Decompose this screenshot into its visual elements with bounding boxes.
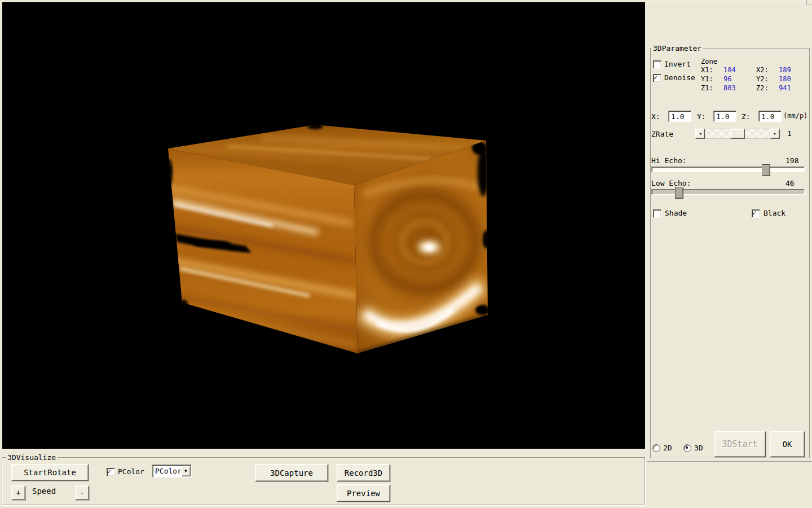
volume-render xyxy=(2,2,645,449)
parameter-panel: 3DParameter Invert ✓ Denoise Zone X1: 10… xyxy=(647,0,812,462)
speed-minus-button[interactable]: - xyxy=(75,485,89,500)
mode-2d-radio[interactable] xyxy=(652,444,660,452)
check-icon: ✓ xyxy=(654,73,657,81)
zrate-scrollbar[interactable]: ◄ ► xyxy=(695,129,780,139)
zone-x2-value: 189 xyxy=(779,66,791,74)
voxel-unit-label: (mm/p) xyxy=(783,112,807,120)
low-echo-slider-thumb[interactable] xyxy=(675,187,683,199)
voxel-z-label: Z: xyxy=(742,112,751,121)
visualize-group-title: 3DVisualize xyxy=(6,453,58,462)
voxel-z-input[interactable] xyxy=(758,111,782,122)
zrate-value: 1 xyxy=(787,129,792,138)
low-echo-value: 46 xyxy=(785,179,795,187)
hi-echo-label: Hi Echo: xyxy=(651,156,687,165)
hi-echo-slider-thumb[interactable] xyxy=(762,164,770,176)
pcolor-dropdown-button[interactable]: ▼ xyxy=(181,466,191,476)
pcolor-dropdown[interactable]: PColor ▼ xyxy=(152,465,192,478)
shade-label: Shade xyxy=(665,209,687,217)
start3d-button[interactable]: 3DStart xyxy=(714,431,766,457)
param-groupbox xyxy=(650,48,810,458)
black-label: Black xyxy=(764,209,785,217)
render-viewport[interactable] xyxy=(2,2,645,449)
black-checkbox[interactable]: ✓ xyxy=(752,209,760,218)
zone-y1-value: 96 xyxy=(723,75,731,83)
low-echo-label: Low Echo: xyxy=(651,179,691,187)
pcolor-dropdown-value: PColor xyxy=(155,467,182,475)
voxel-x-input[interactable] xyxy=(668,111,691,122)
speed-label: Speed xyxy=(32,487,56,496)
panel-corner-chip xyxy=(806,0,812,5)
start-rotate-button[interactable]: StartRotate xyxy=(11,464,89,481)
visualize-panel: 3DVisualize StartRotate + Speed - ✓ PCol… xyxy=(0,450,646,508)
zrate-label: ZRate xyxy=(651,130,673,138)
hi-echo-slider-track[interactable] xyxy=(651,167,805,172)
record3d-button[interactable]: Record3D xyxy=(337,464,390,481)
speed-plus-button[interactable]: + xyxy=(11,485,25,500)
zrate-scroll-left-button[interactable]: ◄ xyxy=(695,129,705,139)
zone-y2-value: 180 xyxy=(779,75,791,83)
preview-button[interactable]: Preview xyxy=(337,484,390,502)
zrate-scroll-right-button[interactable]: ► xyxy=(770,129,780,139)
pcolor-checkbox[interactable]: ✓ xyxy=(107,468,115,476)
zone-y2-label: Y2: xyxy=(756,75,769,83)
pcolor-label: PColor xyxy=(118,467,144,476)
zone-z2-value: 941 xyxy=(779,84,791,92)
shade-checkbox[interactable] xyxy=(653,209,661,218)
capture3d-button[interactable]: 3DCapture xyxy=(255,464,328,481)
denoise-checkbox[interactable]: ✓ xyxy=(653,74,661,82)
mode-3d-label: 3D xyxy=(694,444,703,452)
zone-x2-label: X2: xyxy=(756,66,769,74)
voxel-x-label: X: xyxy=(651,112,660,121)
check-icon: ✓ xyxy=(752,209,756,217)
app-window: { "colors": { "window_bg": "#ece9d8", "v… xyxy=(0,0,812,508)
mode-3d-radio[interactable] xyxy=(683,444,691,452)
voxel-y-input[interactable] xyxy=(713,111,736,122)
zone-title: Zone xyxy=(701,58,717,65)
check-icon: ✓ xyxy=(107,467,111,475)
invert-label: Invert xyxy=(664,60,691,68)
low-echo-slider-track[interactable] xyxy=(651,189,805,195)
zrate-scroll-thumb[interactable] xyxy=(730,129,745,139)
zone-x1-label: X1: xyxy=(701,66,713,74)
hi-echo-value: 198 xyxy=(785,156,798,165)
zone-z2-label: Z2: xyxy=(756,84,769,92)
zone-y1-label: Y1: xyxy=(701,75,713,83)
zone-z1-label: Z1: xyxy=(701,84,713,92)
zone-x1-value: 104 xyxy=(723,66,736,74)
denoise-label: Denoise xyxy=(664,73,695,82)
arrow-right-icon: ► xyxy=(774,132,776,136)
mode-2d-label: 2D xyxy=(663,444,672,452)
chevron-down-icon: ▼ xyxy=(184,468,187,474)
voxel-y-label: Y: xyxy=(697,112,706,121)
arrow-left-icon: ◄ xyxy=(699,132,701,136)
param-group-title: 3DParameter xyxy=(651,44,703,52)
invert-checkbox[interactable] xyxy=(653,60,661,69)
zone-z1-value: 803 xyxy=(723,84,736,92)
ok-button[interactable]: OK xyxy=(770,431,805,457)
